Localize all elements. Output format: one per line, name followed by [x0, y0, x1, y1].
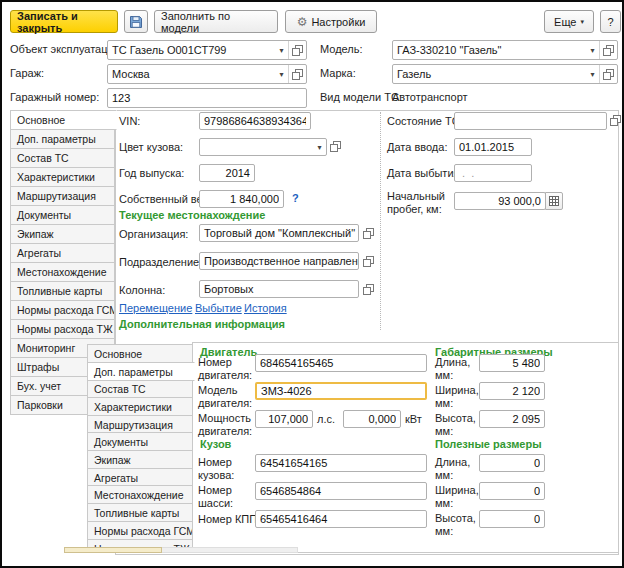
engine-power-hp-input[interactable] [255, 410, 313, 428]
gear-icon: ⚙ [297, 16, 308, 28]
model-value: ГАЗ-330210 "Газель" [393, 44, 586, 56]
disposal-date-label: Дата выбытия: [387, 167, 463, 180]
year-label: Год выпуска: [119, 167, 184, 180]
outer-tab-item[interactable]: Экипаж [10, 224, 115, 244]
useful-width-label: Ширина, мм: [435, 484, 477, 510]
vehicle-card-window: Записать и закрыть Заполнить по модели ⚙… [0, 0, 624, 568]
vehicle-state-field[interactable] [454, 112, 607, 130]
brand-value: Газель [393, 68, 586, 80]
overall-width-input[interactable] [479, 382, 545, 400]
open-link-icon[interactable] [610, 115, 621, 126]
overall-length-input[interactable] [479, 354, 545, 372]
body-number-input[interactable] [255, 454, 427, 472]
outer-tab-item[interactable]: Агрегаты [10, 243, 115, 263]
outer-tab-item[interactable]: Нормы расхода ГСМ [10, 300, 115, 320]
entry-date-input[interactable] [454, 138, 532, 156]
object-value: ТС Газель О001СТ799 [108, 44, 275, 56]
outer-tab-item[interactable]: Нормы расхода ТЖ [10, 319, 115, 339]
history-link[interactable]: История [244, 302, 287, 314]
outer-tab-item[interactable]: Маршрутизация [10, 186, 115, 206]
chevron-down-icon[interactable]: ▾ [275, 46, 288, 55]
column-field[interactable]: Бортовых [199, 280, 359, 298]
overall-height-input[interactable] [479, 410, 545, 428]
chevron-down-icon[interactable]: ▾ [275, 70, 288, 79]
brand-label: Марка: [320, 67, 356, 80]
open-link-icon[interactable] [363, 228, 374, 239]
chevron-down-icon[interactable]: ▾ [586, 46, 599, 55]
own-weight-input[interactable] [199, 190, 284, 208]
outer-tab-item[interactable]: Местонахождение [10, 262, 115, 282]
body-color-label: Цвет кузова: [119, 141, 183, 154]
useful-width-input[interactable] [479, 482, 545, 500]
garage-combobox[interactable]: Москва ▾ [107, 64, 307, 84]
engine-power-label: Мощность двигателя: [198, 412, 254, 438]
calculator-button[interactable] [545, 192, 563, 210]
movement-link[interactable]: Перемещение [119, 302, 192, 314]
useful-height-input[interactable] [479, 510, 545, 528]
overall-height-label: Высота, мм: [435, 412, 477, 438]
horizontal-scrollbar-thumb[interactable] [64, 547, 162, 553]
column-separator [380, 112, 381, 330]
open-link-icon[interactable] [330, 141, 341, 152]
open-link-icon[interactable] [600, 69, 617, 80]
inner-tab-item[interactable]: Экипаж [87, 450, 193, 469]
brand-combobox[interactable]: Газель ▾ [392, 64, 618, 84]
chassis-number-input[interactable] [255, 482, 427, 500]
open-link-icon[interactable] [600, 45, 617, 56]
engine-number-input[interactable] [255, 354, 427, 372]
garage-number-label: Гаражный номер: [10, 91, 99, 104]
inner-tab-item[interactable]: Состав ТС [87, 379, 193, 398]
outer-tab-item[interactable]: Топливные карты [10, 281, 115, 301]
vin-input[interactable] [199, 112, 311, 130]
inner-tab-item[interactable]: Документы [87, 432, 193, 451]
inner-tab-item[interactable]: Характеристики [87, 397, 193, 416]
more-button[interactable]: Еще ▾ [544, 10, 594, 33]
inner-tab-item[interactable]: Местонахождение [87, 485, 193, 504]
chevron-down-icon: ▾ [580, 18, 584, 26]
inner-tab-item[interactable]: Основное [87, 344, 193, 363]
outer-tab-item[interactable]: Доп. параметры [10, 129, 115, 149]
garage-label: Гараж: [10, 67, 44, 80]
chevron-down-icon[interactable]: ▾ [313, 143, 326, 152]
useful-length-input[interactable] [479, 454, 545, 472]
organization-value: Торговый дом "Комплексный" [200, 227, 358, 239]
weight-help-icon[interactable]: ? [292, 192, 299, 204]
inner-tab-item[interactable]: Топливные карты [87, 503, 193, 522]
object-combobox[interactable]: ТС Газель О001СТ799 ▾ [107, 40, 307, 60]
useful-dimensions-header: Полезные размеры [435, 438, 542, 450]
disposal-date-input[interactable] [454, 164, 532, 182]
garage-number-input[interactable] [107, 88, 307, 108]
initial-mileage-input[interactable] [454, 192, 546, 210]
current-location-header: Текущее местонахождение [119, 209, 265, 221]
chassis-number-label: Номер шасси: [198, 484, 252, 510]
open-link-icon[interactable] [363, 284, 374, 295]
open-link-icon[interactable] [289, 69, 306, 80]
gearbox-number-input[interactable] [255, 510, 427, 528]
settings-button[interactable]: ⚙ Настройки [285, 10, 377, 33]
inner-tab-item[interactable]: Доп. параметры [87, 362, 195, 381]
save-button[interactable] [124, 10, 148, 33]
chevron-down-icon[interactable]: ▾ [586, 70, 599, 79]
outer-tab-item[interactable]: Основное [10, 110, 117, 130]
division-field[interactable]: Производственное направление [199, 252, 359, 270]
inner-tab-item[interactable]: Нормы расхода ГСМ [87, 521, 193, 540]
engine-model-input[interactable] [255, 382, 427, 400]
organization-label: Организация: [119, 228, 188, 241]
model-combobox[interactable]: ГАЗ-330210 "Газель" ▾ [392, 40, 618, 60]
fill-by-model-button[interactable]: Заполнить по модели [154, 10, 278, 33]
help-button[interactable]: ? [600, 10, 621, 33]
engine-power-kw-input[interactable] [343, 410, 401, 428]
save-and-close-button[interactable]: Записать и закрыть [10, 10, 118, 33]
body-color-combobox[interactable]: ▾ [199, 138, 327, 156]
disposal-link[interactable]: Выбытие [195, 302, 242, 314]
outer-tab-item[interactable]: Состав ТС [10, 148, 115, 168]
garage-value: Москва [108, 68, 275, 80]
engine-model-label: Модель двигателя: [198, 384, 252, 410]
outer-tab-item[interactable]: Документы [10, 205, 115, 225]
open-link-icon[interactable] [289, 45, 306, 56]
outer-tab-item[interactable]: Характеристики [10, 167, 115, 187]
year-input[interactable] [199, 164, 255, 182]
organization-field[interactable]: Торговый дом "Комплексный" [199, 224, 359, 242]
column-value: Бортовых [200, 283, 358, 295]
open-link-icon[interactable] [363, 256, 374, 267]
